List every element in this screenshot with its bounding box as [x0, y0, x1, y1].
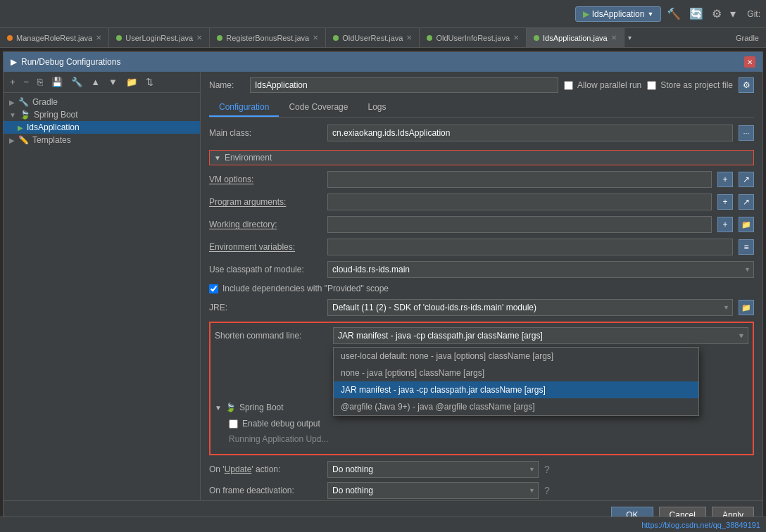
top-toolbar: ▶ IdsApplication ▼ 🔨 🔄 ⚙ ▾ Git:: [0, 0, 766, 28]
gradle-label: Gradle: [736, 34, 766, 42]
allow-parallel-row: Allow parallel run: [564, 80, 641, 90]
remove-config-button[interactable]: −: [20, 75, 33, 89]
wrench-icon[interactable]: 🔧: [68, 75, 86, 89]
enable-debug-label: Enable debug output: [242, 419, 320, 429]
allow-parallel-label: Allow parallel run: [577, 80, 641, 90]
dropdown-option-jar-manifest[interactable]: JAR manifest - java -cp classpath.jar cl…: [334, 381, 698, 398]
env-vars-label: Environment variables:: [209, 242, 322, 252]
build-icon[interactable]: 🔨: [664, 4, 684, 23]
on-update-select[interactable]: Do nothing: [327, 461, 539, 478]
store-project-label: Store as project file: [660, 80, 733, 90]
tab-dot-icon: [217, 35, 222, 41]
tab-logs[interactable]: Logs: [358, 99, 396, 117]
tab-close-icon[interactable]: ✕: [196, 34, 202, 42]
tab-configuration[interactable]: Configuration: [209, 99, 279, 117]
tab-close-icon[interactable]: ✕: [513, 34, 519, 42]
name-row: Name: Allow parallel run Store as projec…: [209, 77, 754, 93]
program-args-label: Program arguments:: [209, 197, 322, 207]
right-panel: Name: Allow parallel run Store as projec…: [201, 72, 762, 500]
sync-icon[interactable]: 🔄: [686, 4, 706, 23]
name-input[interactable]: [250, 77, 558, 93]
on-update-dropdown-wrapper: Do nothing: [327, 461, 539, 478]
tab-dot-icon: [7, 35, 13, 41]
dialog-title: ▶ Run/Debug Configurations: [11, 57, 120, 67]
settings-small-button[interactable]: ⚙: [739, 77, 754, 93]
tab-dot-icon: [116, 35, 122, 41]
store-project-checkbox[interactable]: [647, 81, 656, 90]
tab-old-user-info[interactable]: OldUserInfoRest.java ✕: [420, 28, 527, 48]
settings-icon[interactable]: ⚙: [709, 4, 724, 23]
tab-old-user[interactable]: OldUserRest.java ✕: [326, 28, 420, 48]
run-config-label: IdsApplication: [592, 9, 645, 19]
templates-tree-icon: ✏️: [18, 135, 29, 145]
run-debug-configurations-dialog: ▶ Run/Debug Configurations ✕ + − ⎘ 💾 🔧 ▲…: [3, 51, 763, 530]
tab-code-coverage[interactable]: Code Coverage: [279, 99, 358, 117]
vm-options-label: VM options:: [209, 175, 322, 184]
jre-browse-button[interactable]: 📁: [739, 300, 754, 315]
dialog-close-button[interactable]: ✕: [744, 56, 755, 68]
vm-options-arrow-button[interactable]: ↗: [739, 172, 754, 187]
tree-item-templates[interactable]: ▶ ✏️ Templates: [4, 134, 200, 146]
statusbar-url: https://blog.csdn.net/qq_38849191: [641, 521, 760, 529]
tree-item-spring-boot[interactable]: ▼ 🍃 Spring Boot: [4, 108, 200, 121]
environment-label: Environment: [225, 153, 272, 163]
jre-select-wrapper: Default (11 (2) - SDK of 'cloud-ids.rs-i…: [327, 299, 733, 316]
copy-config-button[interactable]: ⎘: [34, 75, 46, 89]
sort-button[interactable]: ⇅: [142, 75, 157, 89]
on-update-help-icon[interactable]: ?: [544, 464, 550, 475]
enable-debug-checkbox[interactable]: [229, 419, 238, 429]
shorten-cmd-dropdown-wrapper: JAR manifest - java -cp classpath.jar cl…: [333, 327, 748, 344]
tab-close-icon[interactable]: ✕: [96, 34, 101, 42]
dropdown-option-user-local[interactable]: user-local default: none - java [options…: [334, 348, 698, 365]
working-dir-browse-button[interactable]: 📁: [739, 217, 754, 232]
run-config-button[interactable]: ▶ IdsApplication ▼: [575, 6, 662, 22]
main-class-browse-button[interactable]: ···: [739, 125, 754, 141]
tab-user-login[interactable]: UserLoginRest.java ✕: [109, 28, 210, 48]
tab-close-icon[interactable]: ✕: [313, 34, 318, 42]
working-dir-input[interactable]: [327, 216, 712, 233]
dropdown-option-none[interactable]: none - java [options] className [args]: [334, 365, 698, 381]
tab-close-icon[interactable]: ✕: [406, 34, 412, 42]
environment-section-header[interactable]: ▼ Environment: [209, 150, 754, 165]
classpath-row: Use classpath of module: cloud-ids.rs-id…: [209, 261, 754, 278]
tab-ids-application[interactable]: IdsApplication.java ✕: [527, 28, 624, 48]
run-icon: ▶: [583, 9, 589, 19]
dialog-titlebar: ▶ Run/Debug Configurations ✕: [4, 52, 762, 72]
more-icon[interactable]: ▾: [727, 4, 739, 23]
env-vars-edit-button[interactable]: ≡: [739, 239, 754, 255]
include-deps-checkbox[interactable]: [209, 284, 218, 293]
env-vars-input[interactable]: [327, 239, 733, 255]
move-down-button[interactable]: ▼: [105, 75, 121, 89]
tab-close-icon[interactable]: ✕: [611, 34, 617, 42]
on-frame-dropdown-wrapper: Do nothing: [327, 482, 539, 499]
classpath-select[interactable]: cloud-ids.rs-ids.main: [327, 261, 754, 278]
classpath-select-wrapper: cloud-ids.rs-ids.main: [327, 261, 754, 278]
tree-item-ids-application[interactable]: ▶ IdsApplication: [4, 121, 200, 134]
save-config-button[interactable]: 💾: [48, 75, 66, 89]
tabs-more-icon[interactable]: ▾: [624, 34, 635, 42]
working-dir-expand-button[interactable]: +: [717, 217, 733, 232]
jre-select[interactable]: Default (11 (2) - SDK of 'cloud-ids.rs-i…: [327, 299, 733, 316]
on-frame-row: On frame deactivation: Do nothing ?: [209, 482, 754, 499]
tab-manage-role[interactable]: ManageRoleRest.java ✕: [0, 28, 109, 48]
folder-button[interactable]: 📁: [123, 75, 141, 89]
tab-register-bonus[interactable]: RegisterBonusRest.java ✕: [210, 28, 326, 48]
move-up-button[interactable]: ▲: [87, 75, 103, 89]
status-bar: https://blog.csdn.net/qq_38849191: [0, 517, 766, 532]
main-class-input[interactable]: [327, 125, 733, 141]
tree-item-gradle[interactable]: ▶ 🔧 Gradle: [4, 96, 200, 108]
vm-options-expand-button[interactable]: +: [717, 172, 733, 187]
tab-label: IdsApplication.java: [543, 34, 608, 42]
shorten-cmd-current-value[interactable]: JAR manifest - java -cp classpath.jar cl…: [333, 327, 748, 344]
program-args-expand-button[interactable]: +: [717, 194, 733, 210]
shorten-command-section: Shorten command line: JAR manifest - jav…: [209, 322, 754, 455]
allow-parallel-checkbox[interactable]: [564, 81, 573, 90]
program-args-input[interactable]: [327, 194, 712, 210]
on-frame-help-icon[interactable]: ?: [544, 485, 550, 496]
include-deps-row: Include dependencies with "Provided" sco…: [209, 284, 754, 293]
program-args-arrow-button[interactable]: ↗: [739, 194, 754, 210]
on-frame-select[interactable]: Do nothing: [327, 482, 539, 499]
add-config-button[interactable]: +: [6, 75, 19, 89]
dropdown-option-argfile[interactable]: @argfile (Java 9+) - java @argfile class…: [334, 398, 698, 415]
vm-options-input[interactable]: [327, 171, 712, 188]
